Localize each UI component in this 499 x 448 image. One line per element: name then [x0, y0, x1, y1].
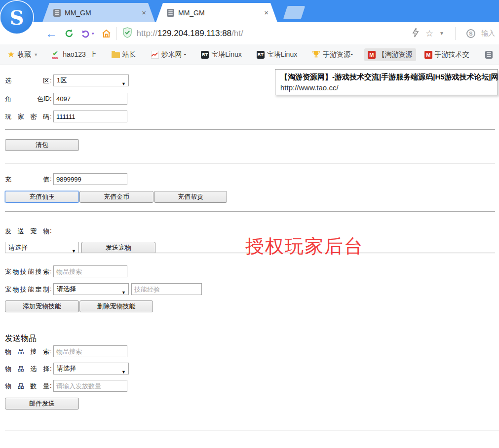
gm-admin-page: 授权玩家后台 选区 : 1区 ▼ 角色 ID: 玩家密码 : 清包 充值 : 充…	[0, 65, 499, 448]
bookmark-label: 收藏	[17, 50, 31, 59]
item-select-value: 请选择	[57, 365, 76, 372]
bookmark-label: 宝塔Linux	[211, 50, 241, 59]
pet-select[interactable]: 请选择 ▼	[5, 242, 79, 254]
favorite-star-icon[interactable]: ☆	[425, 28, 433, 39]
chevron-down-icon: ▼	[121, 367, 126, 377]
pet-skill-select-value: 请选择	[57, 285, 76, 293]
chevron-down-icon: ▼	[121, 78, 126, 89]
new-tab-button[interactable]	[283, 6, 306, 19]
bookmark-label: 宝塔Linux	[267, 50, 297, 59]
browser-toolbar: ← ▾ http://129.204.189.113:88/ht/ ☆ ▼ S …	[0, 22, 499, 44]
divider	[5, 211, 495, 212]
label-separator: :	[50, 112, 52, 120]
bookmark-shouyou-jishu[interactable]: M 手游技术交	[421, 48, 473, 61]
clear-bag-button[interactable]: 清包	[5, 139, 79, 151]
bookmark-hao123[interactable]: ✔hao hao123_上	[48, 48, 100, 61]
tab-bar: MM_GM × MM_GM ×	[0, 0, 499, 22]
hao123-icon: ✔hao	[52, 51, 60, 59]
bookmark-ningmeng[interactable]: 【柠	[482, 48, 499, 61]
item-search-input[interactable]	[53, 345, 127, 357]
bookmark-tooltip: 【淘游资源网】-游戏技术交流|手游服务端源码|H5游戏技术论坛|网 http:/…	[275, 69, 498, 95]
undo-dropdown-icon[interactable]: ▾	[92, 31, 94, 36]
bookmarks-root[interactable]: ★ 收藏 ▼	[4, 47, 41, 62]
zone-select-value: 1区	[57, 76, 67, 84]
label-separator: :	[50, 365, 52, 372]
bookmark-baota-1[interactable]: BT 宝塔Linux	[197, 48, 245, 61]
mail-send-button[interactable]: 邮件发送	[5, 398, 79, 410]
item-quantity-label: 物品数量	[5, 382, 49, 391]
pet-skill-exp-input[interactable]	[131, 283, 202, 295]
recharge-label: 充值	[5, 175, 49, 184]
url-path: /ht/	[231, 29, 243, 38]
chevron-down-icon: ▼	[34, 52, 38, 57]
recharge-xianyu-button[interactable]: 充值仙玉	[5, 191, 79, 203]
bookmark-label: 站长	[122, 50, 136, 59]
folder-icon	[112, 52, 120, 58]
recharge-gold-button[interactable]: 充值金币	[79, 191, 154, 203]
role-id-input[interactable]	[53, 93, 127, 105]
watermark-text: 授权玩家后台	[245, 234, 364, 259]
toolbar-divider	[116, 27, 117, 40]
document-icon	[485, 51, 493, 59]
browser-tab-inactive[interactable]: MM_GM ×	[42, 3, 155, 22]
tooltip-title: 【淘游资源网】-游戏技术交流|手游服务端源码|H5游戏技术论坛|网	[280, 73, 493, 82]
send-pet-button[interactable]: 发送宠物	[81, 242, 155, 254]
bookmark-label: hao123_上	[63, 50, 97, 59]
url-scheme: http://	[137, 29, 158, 38]
item-quantity-input[interactable]	[53, 380, 127, 392]
bookmarks-bar: ★ 收藏 ▼ ✔hao hao123_上 站长 炒米网 - BT 宝塔Linux…	[0, 44, 499, 65]
pet-skill-custom-label: 宠物技能定制	[5, 285, 49, 294]
player-password-input[interactable]	[53, 111, 127, 122]
address-bar[interactable]: http://129.204.189.113:88/ht/	[137, 29, 243, 38]
tab-close-icon[interactable]: ×	[142, 8, 146, 17]
item-select[interactable]: 请选择 ▼	[53, 363, 129, 374]
star-dropdown-icon[interactable]: ▼	[439, 31, 444, 36]
sogou-input-icon[interactable]: S	[466, 29, 475, 38]
m-site-icon: M	[368, 51, 376, 59]
label-separator: ID:	[43, 95, 52, 102]
divider	[5, 163, 495, 164]
label-separator: :	[50, 227, 52, 234]
chevron-down-icon: ▼	[72, 246, 76, 257]
pet-skill-search-label: 宠物技能搜索	[5, 267, 49, 276]
bookmark-taoyou-ziyuan[interactable]: M 【淘游资源	[364, 48, 416, 61]
role-id-label: 角色	[5, 95, 43, 104]
label-separator: :	[50, 267, 52, 275]
delete-pet-skill-button[interactable]: 删除宠物技能	[79, 300, 153, 312]
pet-skill-select[interactable]: 请选择 ▼	[53, 283, 129, 295]
tooltip-url: http://www.tao.cc/	[280, 83, 493, 92]
bookmark-shouyou-ziyuan[interactable]: 手游资源-	[308, 48, 356, 61]
bookmark-zhanzhang[interactable]: 站长	[108, 48, 140, 61]
trophy-icon	[312, 50, 320, 59]
browser-tab-active[interactable]: MM_GM ×	[156, 3, 277, 22]
recharge-banggong-button[interactable]: 充值帮贡	[154, 191, 227, 203]
tab-close-icon[interactable]: ×	[264, 8, 269, 17]
item-search-label: 物品搜索	[5, 347, 49, 356]
item-select-label: 物品选择	[5, 365, 49, 373]
label-separator: :	[50, 76, 52, 84]
pet-skill-search-input[interactable]	[53, 265, 127, 277]
bookmark-label: 【柠	[495, 50, 499, 59]
back-button[interactable]: ←	[45, 28, 57, 39]
zone-select[interactable]: 1区 ▼	[53, 75, 129, 86]
bookmark-baota-2[interactable]: BT 宝塔Linux	[253, 48, 301, 61]
url-host: 129.204.189.113:88	[157, 29, 231, 38]
undo-button[interactable]: ▾	[81, 29, 94, 38]
label-separator: :	[50, 285, 52, 293]
tab-title: MM_GM	[65, 9, 142, 17]
label-separator: :	[50, 382, 52, 389]
bt-panel-icon: BT	[257, 51, 265, 59]
sogou-browser-logo[interactable]: S	[0, 1, 33, 34]
recharge-amount-input[interactable]	[53, 173, 127, 185]
home-button[interactable]	[101, 29, 112, 38]
star-icon: ★	[7, 49, 15, 60]
zone-label: 选区	[5, 76, 49, 85]
accelerate-lightning-icon[interactable]	[412, 28, 420, 39]
add-pet-skill-button[interactable]: 添加宠物技能	[5, 300, 79, 312]
bookmark-chaomi[interactable]: 炒米网 -	[148, 48, 190, 61]
pet-select-value: 请选择	[8, 244, 28, 251]
site-safety-shield-icon[interactable]	[122, 27, 133, 40]
chevron-down-icon: ▼	[121, 287, 126, 298]
player-password-label: 玩家密码	[5, 112, 49, 121]
refresh-button[interactable]	[64, 29, 74, 38]
